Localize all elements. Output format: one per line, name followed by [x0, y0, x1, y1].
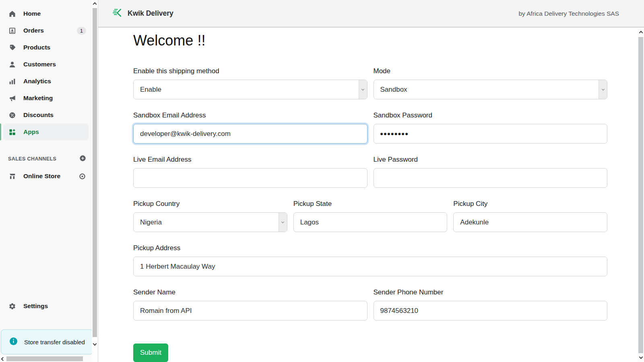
main-scroll-thumb[interactable] [638, 37, 643, 353]
scroll-down-button[interactable] [92, 341, 98, 348]
sidebar-item-home[interactable]: Home [0, 5, 92, 22]
sandbox-password-label: Sandbox Password [374, 111, 608, 119]
scroll-up-button[interactable] [92, 0, 98, 6]
sidebar-item-label: Marketing [23, 95, 53, 102]
app-brand: Kwik Delivery [112, 7, 173, 20]
person-icon [8, 60, 16, 68]
chevron-down-icon [359, 80, 367, 99]
sender-phone-input[interactable] [374, 301, 608, 321]
sidebar-item-label: Discounts [23, 111, 54, 119]
chevron-down-icon [599, 80, 607, 99]
main-vertical-scrollbar[interactable] [638, 27, 644, 362]
scroll-left-button[interactable] [0, 356, 5, 362]
sidebar-item-label: Orders [23, 27, 44, 34]
sidebar-nav: Home Orders 1 Products Customers [0, 0, 92, 140]
sidebar-item-label: Online Store [23, 173, 60, 180]
live-password-input[interactable] [374, 168, 608, 188]
sandbox-password-input[interactable] [374, 124, 608, 144]
store-transfer-banner: Store transfer disabled [1, 329, 92, 354]
pickup-state-group: Pickup State [293, 200, 448, 232]
sidebar-item-settings[interactable]: Settings [0, 298, 92, 315]
pickup-address-label: Pickup Address [133, 244, 607, 252]
apps-grid-icon [8, 128, 16, 136]
sidebar-horizontal-scrollbar[interactable] [0, 356, 92, 362]
pickup-country-select[interactable]: Nigeria [133, 212, 287, 232]
scroll-right-button[interactable] [85, 356, 90, 362]
view-store-eye-button[interactable] [78, 172, 86, 180]
discount-badge-icon [8, 111, 16, 119]
sidebar-scroll-thumb[interactable] [93, 8, 97, 337]
sidebar-item-label: Settings [23, 302, 48, 310]
mode-group: Mode Sandbox [374, 67, 608, 99]
app-title: Kwik Delivery [128, 9, 173, 18]
chevron-down-icon [279, 213, 287, 232]
orders-count-badge: 1 [77, 27, 86, 35]
kwik-delivery-logo-icon [112, 7, 123, 20]
orders-icon [8, 27, 16, 35]
horizontal-scroll-thumb[interactable] [6, 356, 83, 361]
storefront-icon [8, 172, 16, 180]
sandbox-email-group: Sandbox Email Address [133, 111, 367, 144]
sandbox-email-input[interactable] [133, 124, 367, 144]
pickup-country-label: Pickup Country [133, 200, 287, 208]
live-email-group: Live Email Address [133, 155, 367, 188]
sender-name-input[interactable] [133, 301, 367, 321]
mode-select[interactable]: Sandbox [374, 80, 608, 99]
sidebar-item-products[interactable]: Products [0, 39, 92, 56]
sender-name-group: Sender Name [133, 288, 367, 321]
home-icon [8, 10, 16, 18]
pickup-country-group: Pickup Country Nigeria [133, 200, 287, 232]
sender-phone-group: Sender Phone Number [374, 288, 608, 321]
sidebar-item-label: Customers [23, 61, 56, 68]
sidebar-item-discounts[interactable]: Discounts [0, 107, 92, 123]
app-byline: by Africa Delivery Technologies SAS [518, 10, 619, 17]
scroll-up-button[interactable] [638, 28, 644, 35]
live-password-label: Live Password [374, 155, 608, 164]
gear-icon [8, 302, 16, 310]
info-icon [9, 337, 18, 347]
sidebar-item-label: Apps [23, 128, 39, 136]
bar-chart-icon [8, 77, 16, 85]
sidebar-item-label: Analytics [23, 78, 51, 85]
sidebar: Home Orders 1 Products Customers [0, 0, 92, 362]
sidebar-vertical-scrollbar[interactable] [92, 0, 98, 362]
sales-channels-heading: SALES CHANNELS [8, 155, 86, 163]
live-email-label: Live Email Address [133, 155, 367, 164]
enable-method-label: Enable this shipping method [133, 67, 367, 75]
sidebar-item-label: Products [23, 44, 50, 51]
pickup-state-input[interactable] [293, 212, 448, 232]
sidebar-item-label: Home [23, 10, 41, 17]
sidebar-item-analytics[interactable]: Analytics [0, 73, 92, 90]
sidebar-item-orders[interactable]: Orders 1 [0, 22, 92, 39]
scroll-down-button[interactable] [638, 354, 644, 361]
app-content: Welcome !! Enable this shipping method E… [98, 27, 638, 362]
pickup-city-label: Pickup City [453, 200, 607, 208]
sidebar-item-online-store[interactable]: Online Store [0, 168, 92, 185]
megaphone-icon [8, 94, 16, 102]
active-item-indicator [0, 123, 1, 140]
live-email-input[interactable] [133, 168, 367, 188]
settings-form: Enable this shipping method Enable Mode … [133, 67, 607, 362]
pickup-city-input[interactable] [453, 212, 607, 232]
pickup-city-group: Pickup City [453, 200, 607, 232]
pickup-address-group: Pickup Address [133, 244, 607, 276]
sidebar-item-marketing[interactable]: Marketing [0, 90, 92, 107]
sidebar-item-apps[interactable]: Apps [3, 123, 89, 140]
enable-method-select[interactable]: Enable [133, 80, 367, 99]
mode-label: Mode [374, 67, 608, 75]
pickup-address-input[interactable] [133, 257, 607, 276]
sender-phone-label: Sender Phone Number [374, 288, 608, 296]
add-channel-button[interactable] [79, 155, 86, 163]
page-title: Welcome !! [133, 32, 638, 49]
submit-button[interactable]: Submit [133, 343, 168, 362]
live-password-group: Live Password [374, 155, 608, 188]
pickup-state-label: Pickup State [293, 200, 448, 208]
app-window: Home Orders 1 Products Customers [0, 0, 644, 362]
store-transfer-text: Store transfer disabled [24, 339, 85, 346]
sandbox-password-group: Sandbox Password [374, 111, 608, 144]
sender-name-label: Sender Name [133, 288, 367, 296]
tag-icon [8, 43, 16, 51]
enable-method-group: Enable this shipping method Enable [133, 67, 367, 99]
main-panel: Kwik Delivery by Africa Delivery Technol… [98, 0, 644, 362]
sidebar-item-customers[interactable]: Customers [0, 56, 92, 73]
